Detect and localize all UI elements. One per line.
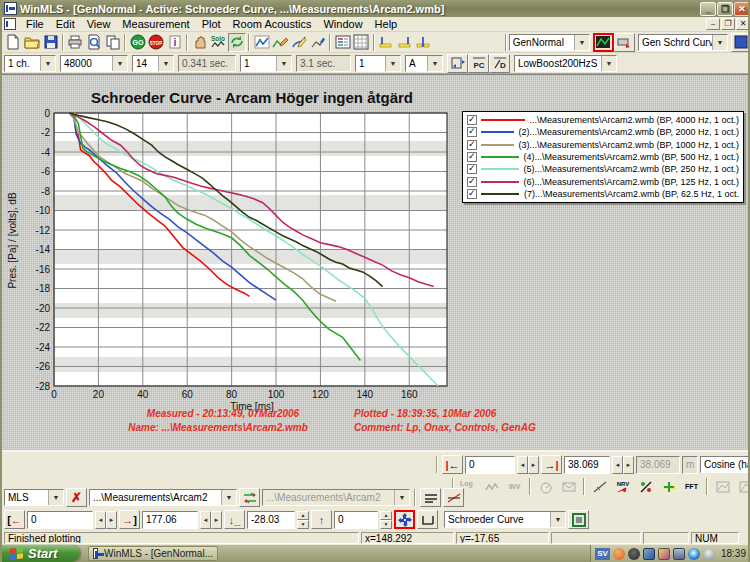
chart-export-1-button[interactable] (712, 477, 733, 496)
averages-combo[interactable]: 1▼ (240, 55, 292, 72)
x-min-input[interactable]: 0 (27, 511, 93, 529)
tray-volume-icon[interactable] (643, 548, 655, 560)
tray-scheduler-icon[interactable] (703, 548, 715, 560)
schroeder-filter-combo[interactable]: Gen Schrd Curve Flt▼ (638, 34, 728, 51)
x-max-marker-button[interactable]: →] (119, 510, 140, 529)
restore-button[interactable]: ❐ (717, 2, 733, 16)
y-min-spinner[interactable]: ▲▼ (297, 511, 309, 529)
legend-checkbox[interactable] (467, 152, 477, 162)
plot-type-combo[interactable]: Schroeder Curve▼ (444, 511, 566, 528)
channels-combo[interactable]: 1 ch.▼ (4, 55, 56, 72)
autoscale-button[interactable] (394, 510, 415, 529)
taskbar-winmls-button[interactable]: WinMLS - [GenNormal... (88, 546, 218, 561)
tray-network-globe-icon[interactable] (628, 548, 640, 560)
print-button[interactable] (66, 33, 85, 52)
measure-type-combo[interactable]: MLS▼ (4, 489, 64, 506)
save-button[interactable] (41, 33, 60, 52)
swap-files-button[interactable] (239, 488, 260, 507)
chevron-down-icon[interactable]: ▼ (712, 35, 727, 50)
weighting-combo[interactable]: A▼ (405, 55, 443, 72)
chart-export-2-button[interactable] (735, 477, 750, 496)
menu-measurement[interactable]: Measurement (116, 17, 195, 31)
compare-settings-button[interactable] (420, 488, 441, 507)
tray-updates-icon[interactable] (613, 548, 625, 560)
plot-edit-button[interactable] (271, 33, 290, 52)
menu-help[interactable]: Help (369, 17, 404, 31)
measure-go-button[interactable]: GO (128, 33, 147, 52)
taskbar-clock[interactable]: 18:39 (721, 548, 746, 559)
cursor-right-marker-button[interactable]: →| (541, 455, 562, 474)
y-shift-input[interactable]: 0 (334, 511, 378, 529)
child-window-icon[interactable] (4, 18, 16, 30)
direct-sound-button[interactable]: D (489, 54, 510, 73)
cursor-left-input[interactable]: 0 (465, 456, 515, 474)
cursor-tool-1-button[interactable] (377, 33, 396, 52)
curve-series-6[interactable] (70, 113, 434, 287)
cursor-tool-3-button[interactable] (414, 33, 433, 52)
cursor-left-spinner[interactable]: ◄► (517, 456, 539, 474)
print-preview-button[interactable] (85, 33, 104, 52)
child-close-button[interactable]: ✕ (736, 18, 750, 30)
x-min-spinner[interactable]: ◄► (95, 511, 117, 529)
menu-edit[interactable]: Edit (50, 17, 81, 31)
menu-file[interactable]: File (20, 17, 50, 31)
remove-curve-button[interactable]: ✗ (66, 488, 87, 507)
smooth-button[interactable] (481, 477, 502, 496)
menu-room-acoustics[interactable]: Room Acoustics (227, 17, 318, 31)
x-max-input[interactable]: 177.06 (142, 511, 198, 529)
y-min-input[interactable]: -28.03 (247, 511, 295, 529)
copy-button[interactable] (104, 33, 123, 52)
loopback-button[interactable] (447, 54, 468, 73)
y-shift-marker-button[interactable]: ↑ (311, 510, 332, 529)
filter-save-button[interactable] (731, 33, 750, 52)
legend-checkbox[interactable] (467, 127, 477, 137)
plot-edit2-button[interactable] (290, 33, 309, 52)
measure-stop-button[interactable]: STOP (147, 33, 166, 52)
plot-curve-button[interactable] (252, 33, 271, 52)
pc-speaker-button[interactable]: PC (468, 54, 489, 73)
measurement-info-button[interactable]: i (166, 33, 185, 52)
x-min-marker-button[interactable]: [← (4, 510, 25, 529)
cursor-right-input[interactable]: 38.069 (564, 456, 610, 474)
y-shift-spinner[interactable]: ▲▼ (380, 511, 392, 529)
menu-window[interactable]: Window (317, 17, 368, 31)
hand-tool-button[interactable] (190, 33, 209, 52)
generator-combo[interactable]: GenNormal▼ (509, 34, 590, 51)
generator-active-button[interactable] (593, 33, 614, 52)
nrv-button[interactable]: NRV (612, 477, 633, 496)
close-button[interactable]: ✕ (734, 2, 750, 16)
plot-notes-button[interactable] (309, 33, 328, 52)
overlay-curves-button[interactable] (443, 488, 464, 507)
samplerate-combo[interactable]: 48000▼ (60, 55, 128, 72)
tray-printer-icon[interactable] (658, 548, 670, 560)
send-to-device-button[interactable] (614, 33, 635, 52)
menu-view[interactable]: View (81, 17, 117, 31)
repeat-combo[interactable]: 1▼ (355, 55, 401, 72)
curve-series-3[interactable] (70, 113, 337, 301)
child-restore-button[interactable]: ❐ (721, 18, 735, 30)
cursor-right-spinner[interactable]: ◄► (612, 456, 634, 474)
legend-checkbox[interactable] (467, 189, 477, 199)
x-max-spinner[interactable]: ◄► (200, 511, 222, 529)
language-indicator[interactable]: SV (595, 548, 610, 560)
start-button[interactable]: Start (2, 545, 80, 562)
output-filter-combo[interactable]: LowBoost200HzS▼ (514, 55, 617, 72)
legend-checkbox[interactable] (467, 140, 477, 150)
slope-button[interactable] (589, 477, 610, 496)
invert-button[interactable]: INV (504, 477, 525, 496)
y-min-marker-button[interactable]: ↓_ (224, 510, 245, 529)
order-combo[interactable]: 14▼ (132, 55, 174, 72)
gauge-button[interactable] (535, 477, 556, 496)
chevron-down-icon[interactable]: ▼ (574, 35, 589, 50)
curve-series-7[interactable] (70, 113, 383, 287)
minimize-button[interactable]: _ (700, 2, 716, 16)
tray-search-icon[interactable] (688, 548, 700, 560)
child-minimize-button[interactable]: – (706, 18, 720, 30)
legend-checkbox[interactable] (467, 115, 477, 125)
menu-plot[interactable]: Plot (196, 17, 227, 31)
cursor-tool-2-button[interactable] (395, 33, 414, 52)
new-file-button[interactable] (4, 33, 23, 52)
ratio-button[interactable] (635, 477, 656, 496)
window-function-combo[interactable]: Cosine (half)▼ (700, 456, 750, 473)
solo-plot-button[interactable]: Solo (209, 33, 228, 52)
